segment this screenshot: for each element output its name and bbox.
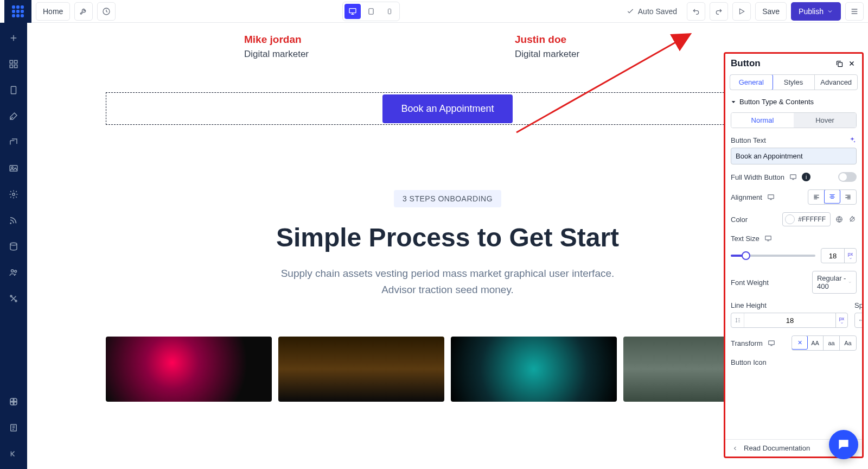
blog-icon[interactable] — [7, 214, 20, 227]
desktop-device-button[interactable] — [344, 4, 361, 19]
full-width-label: Full Width Button — [731, 173, 784, 181]
unit-selector[interactable]: px — [844, 249, 856, 263]
full-width-toggle[interactable] — [838, 172, 857, 182]
sections-icon[interactable] — [7, 58, 20, 71]
keyboard-shortcuts-icon[interactable] — [7, 395, 20, 408]
align-right-button[interactable] — [840, 190, 856, 204]
transform-upper-button[interactable]: AA — [807, 336, 824, 350]
hamburger-menu-button[interactable] — [845, 2, 864, 21]
state-normal[interactable]: Normal — [731, 113, 794, 128]
redo-button[interactable] — [710, 2, 728, 21]
cta-button[interactable]: Book an Appointment — [382, 94, 512, 123]
history-icon[interactable] — [97, 2, 116, 21]
svg-rect-20 — [838, 62, 843, 67]
spacing-input[interactable]: px — [854, 313, 862, 328]
svg-rect-5 — [15, 60, 17, 63]
home-button[interactable]: Home — [36, 2, 70, 21]
save-button[interactable]: Save — [755, 2, 787, 21]
panel-body: Normal Hover Button Text Full Width Butt… — [725, 110, 862, 439]
docs-icon[interactable] — [7, 421, 20, 434]
panel-title: Button — [731, 58, 831, 69]
svg-point-13 — [10, 243, 17, 245]
responsive-icon[interactable] — [789, 173, 797, 181]
svg-rect-8 — [11, 86, 16, 94]
font-weight-select[interactable]: Regular - 400 — [812, 271, 857, 294]
svg-point-10 — [11, 167, 13, 168]
responsive-icon[interactable] — [767, 193, 775, 201]
duplicate-icon[interactable] — [835, 60, 844, 68]
color-label: Color — [731, 216, 748, 224]
line-height-icon — [731, 313, 744, 327]
section-header-button-type[interactable]: Button Type & Contents — [725, 93, 862, 110]
tab-advanced[interactable]: Advanced — [815, 75, 857, 90]
button-icon-label: Button Icon — [731, 358, 767, 366]
close-panel-icon[interactable] — [848, 60, 856, 67]
autosave-status: Auto Saved — [626, 7, 677, 16]
button-text-input[interactable] — [731, 148, 857, 164]
users-icon[interactable] — [7, 266, 20, 279]
page-icon[interactable] — [7, 84, 20, 97]
svg-point-15 — [15, 270, 17, 272]
undo-button[interactable] — [687, 2, 705, 21]
panel-header: Button — [725, 54, 862, 71]
svg-rect-21 — [790, 175, 796, 179]
layers-icon[interactable] — [7, 136, 20, 149]
tab-general[interactable]: General — [730, 74, 773, 90]
settings-icon[interactable] — [7, 188, 20, 201]
canvas-area: Mike jordan Digital marketer Justin doe … — [27, 23, 868, 469]
app-logo[interactable] — [4, 0, 31, 23]
unit-selector[interactable]: px — [835, 313, 847, 327]
design-icon[interactable] — [7, 110, 20, 123]
gallery-image — [106, 337, 272, 402]
transform-none-button[interactable]: ✕ — [792, 335, 808, 350]
svg-rect-6 — [10, 65, 12, 68]
line-height-input[interactable]: px — [731, 313, 848, 328]
responsive-icon[interactable] — [764, 234, 773, 243]
svg-rect-3 — [388, 9, 391, 14]
media-icon[interactable] — [7, 162, 20, 175]
autosave-label: Auto Saved — [638, 7, 677, 16]
left-sidebar — [0, 23, 27, 469]
svg-point-12 — [10, 223, 11, 224]
read-docs-label: Read Documentation — [744, 444, 810, 452]
data-icon[interactable] — [7, 240, 20, 253]
text-size-input[interactable]: px — [821, 248, 857, 263]
collapse-sidebar-icon[interactable] — [7, 447, 20, 460]
state-hover[interactable]: Hover — [794, 113, 856, 128]
global-color-icon[interactable] — [835, 215, 844, 224]
mobile-device-button[interactable] — [381, 4, 398, 19]
preview-play-button[interactable] — [732, 2, 751, 21]
align-center-button[interactable] — [824, 189, 840, 204]
responsive-icon[interactable] — [767, 339, 776, 347]
publish-button[interactable]: Publish — [791, 2, 841, 21]
wrench-icon[interactable] — [74, 2, 93, 21]
transform-segmented: ✕ AA aa Aa — [792, 335, 857, 351]
color-value: #FFFFFF — [798, 216, 826, 223]
transform-lower-button[interactable]: aa — [824, 336, 840, 350]
align-left-button[interactable] — [808, 190, 825, 204]
ai-sparkle-icon[interactable] — [848, 136, 857, 144]
chat-bubble-button[interactable] — [829, 430, 858, 459]
image-gallery — [106, 337, 789, 402]
reset-color-icon[interactable] — [848, 215, 857, 224]
section-subtext: Supply chain assets vesting period mass … — [279, 265, 616, 299]
team-role: Digital marketer — [515, 49, 579, 60]
panel-tabs: General Styles Advanced — [730, 74, 858, 90]
svg-rect-1 — [349, 8, 356, 12]
tablet-device-button[interactable] — [363, 4, 379, 19]
selected-button-block[interactable]: Book an Appointment — [106, 92, 789, 125]
gallery-image — [451, 337, 617, 402]
alignment-label: Alignment — [731, 193, 762, 201]
line-height-label: Line Height — [731, 301, 848, 309]
add-element-icon[interactable] — [7, 31, 20, 45]
color-picker[interactable]: #FFFFFF — [782, 212, 831, 226]
text-size-slider[interactable] — [731, 255, 815, 257]
tools-icon[interactable] — [7, 292, 20, 305]
spacing-label: Spacing — [854, 301, 862, 309]
slider-thumb[interactable] — [742, 251, 750, 260]
transform-capitalize-button[interactable]: Aa — [840, 336, 856, 350]
color-swatch — [785, 214, 795, 224]
tab-styles[interactable]: Styles — [773, 75, 815, 90]
button-text-label: Button Text — [731, 136, 766, 144]
info-icon[interactable]: i — [802, 173, 810, 181]
